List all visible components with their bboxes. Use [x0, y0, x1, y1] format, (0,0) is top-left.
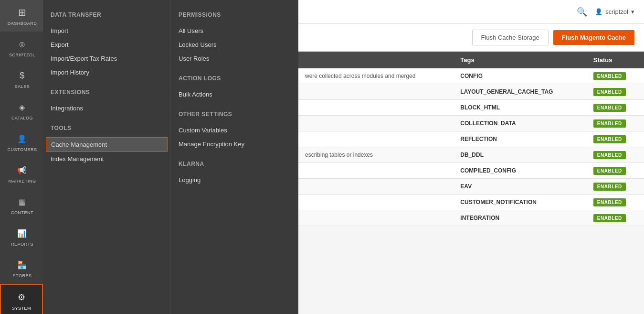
- cell-tag: REFLECTION: [454, 131, 586, 147]
- table-row: CUSTOMER_NOTIFICATION ENABLED: [298, 195, 644, 210]
- scriptzol-icon: ◎: [16, 37, 29, 51]
- col-header-desc: [298, 52, 454, 68]
- table-row: BLOCK_HTML ENABLED: [298, 100, 644, 116]
- status-badge: ENABLED: [593, 135, 626, 143]
- cache-table-container: Tags Status were collected across module…: [298, 52, 644, 314]
- cell-desc: [298, 116, 454, 131]
- sales-icon: $: [16, 69, 29, 82]
- cell-status: ENABLED: [587, 84, 644, 100]
- menu-item-bulk-actions[interactable]: Bulk Actions: [179, 87, 291, 101]
- table-header-row: Tags Status: [298, 52, 644, 68]
- menu-item-import-export-tax[interactable]: Import/Export Tax Rates: [51, 52, 163, 65]
- sidebar-label-sales: SALES: [15, 84, 30, 89]
- table-row: were collected across modules and merged…: [298, 68, 644, 84]
- sidebar-item-marketing[interactable]: 📢 MARKETING: [0, 158, 43, 189]
- menu-item-cache-management[interactable]: Cache Management: [46, 137, 168, 152]
- mega-menu: Data Transfer Import Export Import/Expor…: [43, 0, 298, 314]
- table-row: EAV ENABLED: [298, 179, 644, 195]
- flush-cache-storage-button[interactable]: Flush Cache Storage: [472, 30, 549, 45]
- cell-tag: CONFIG: [454, 68, 586, 84]
- system-icon: ⚙: [15, 291, 28, 304]
- menu-item-manage-encryption-key[interactable]: Manage Encryption Key: [179, 137, 291, 151]
- menu-item-logging[interactable]: Logging: [179, 173, 291, 187]
- section-title-tools: Tools: [51, 125, 163, 131]
- section-title-permissions: Permissions: [179, 11, 291, 18]
- sidebar-label-system: SYSTEM: [12, 306, 31, 311]
- sidebar-item-dashboard[interactable]: ⊞ DASHBOARD: [0, 0, 43, 32]
- table-row: escribing tables or indexes DB_DDL ENABL…: [298, 147, 644, 163]
- action-bar: Flush Cache Storage Flush Magento Cache: [298, 24, 644, 52]
- table-row: COMPILED_CONFIG ENABLED: [298, 163, 644, 179]
- section-title-data-transfer: Data Transfer: [51, 11, 163, 18]
- dropdown-icon: ▾: [631, 8, 634, 15]
- username: scriptzol: [605, 8, 628, 15]
- cell-status: ENABLED: [587, 179, 644, 195]
- sidebar-label-marketing: MARKETING: [8, 179, 36, 184]
- cell-desc: [298, 210, 454, 226]
- status-badge: ENABLED: [593, 72, 626, 80]
- status-badge: ENABLED: [593, 88, 626, 96]
- cell-tag: COMPILED_CONFIG: [454, 163, 586, 179]
- dashboard-icon: ⊞: [16, 6, 29, 19]
- cell-tag: DB_DDL: [454, 147, 586, 163]
- flush-magento-cache-button[interactable]: Flush Magento Cache: [553, 30, 634, 45]
- sidebar-item-scriptzol[interactable]: ◎ SCRIPTZOL: [0, 32, 43, 63]
- col-header-status: Status: [587, 52, 644, 68]
- user-menu[interactable]: 👤 scriptzol ▾: [595, 8, 634, 15]
- cell-desc: [298, 131, 454, 147]
- section-title-action-logs: Action Logs: [179, 75, 291, 82]
- cell-desc: [298, 179, 454, 195]
- mega-menu-col-2: Permissions All Users Locked Users User …: [171, 0, 298, 314]
- sidebar-item-stores[interactable]: 🏪 STORES: [0, 252, 43, 284]
- sidebar-label-content: CONTENT: [11, 210, 33, 215]
- sidebar-label-reports: REPORTS: [11, 242, 33, 247]
- sidebar-label-catalog: CATALOG: [11, 116, 33, 120]
- section-title-other-settings: Other Settings: [179, 111, 291, 118]
- search-icon[interactable]: 🔍: [577, 7, 587, 17]
- sidebar: ⊞ DASHBOARD ◎ SCRIPTZOL $ SALES ◈ CATALO…: [0, 0, 43, 314]
- cell-status: ENABLED: [587, 131, 644, 147]
- sidebar-item-reports[interactable]: 📊 REPORTS: [0, 221, 43, 252]
- catalog-icon: ◈: [16, 100, 29, 114]
- cell-tag: LAYOUT_GENERAL_CACHE_TAG: [454, 84, 586, 100]
- section-title-extensions: Extensions: [51, 89, 163, 96]
- cell-status: ENABLED: [587, 195, 644, 210]
- menu-item-export[interactable]: Export: [51, 38, 163, 52]
- topbar: 🔍 👤 scriptzol ▾: [298, 0, 644, 24]
- sidebar-item-system[interactable]: ⚙ SYSTEM: [0, 284, 43, 314]
- section-permissions: Permissions All Users Locked Users User …: [179, 11, 291, 65]
- menu-item-custom-variables[interactable]: Custom Variables: [179, 123, 291, 137]
- user-icon: 👤: [595, 8, 602, 15]
- menu-item-user-roles[interactable]: User Roles: [179, 52, 291, 65]
- section-extensions: Extensions Integrations: [51, 89, 163, 115]
- cell-tag: EAV: [454, 179, 586, 195]
- section-data-transfer: Data Transfer Import Export Import/Expor…: [51, 11, 163, 79]
- sidebar-item-content[interactable]: ▦ CONTENT: [0, 189, 43, 221]
- cell-desc: escribing tables or indexes: [298, 147, 454, 163]
- section-klarna: Klarna Logging: [179, 161, 291, 187]
- cell-status: ENABLED: [587, 210, 644, 226]
- menu-item-import-history[interactable]: Import History: [51, 65, 163, 79]
- sidebar-item-sales[interactable]: $ SALES: [0, 63, 43, 95]
- main-content: 🔍 👤 scriptzol ▾ Flush Cache Storage Flus…: [298, 0, 644, 314]
- sidebar-label-stores: STORES: [13, 273, 32, 278]
- cell-tag: INTEGRATION: [454, 210, 586, 226]
- menu-item-all-users[interactable]: All Users: [179, 24, 291, 38]
- menu-item-integrations[interactable]: Integrations: [51, 101, 163, 115]
- section-action-logs: Action Logs Bulk Actions: [179, 75, 291, 101]
- sidebar-item-catalog[interactable]: ◈ CATALOG: [0, 95, 43, 126]
- menu-item-index-management[interactable]: Index Management: [51, 152, 163, 166]
- cell-tag: COLLECTION_DATA: [454, 116, 586, 131]
- sidebar-label-customers: CUSTOMERS: [8, 147, 37, 152]
- cell-desc: [298, 195, 454, 210]
- sidebar-item-customers[interactable]: 👤 CUSTOMERS: [0, 126, 43, 158]
- status-badge: ENABLED: [593, 214, 626, 222]
- status-badge: ENABLED: [593, 183, 626, 191]
- menu-item-import[interactable]: Import: [51, 24, 163, 38]
- cell-desc: [298, 163, 454, 179]
- marketing-icon: 📢: [16, 163, 29, 177]
- cell-desc: [298, 100, 454, 116]
- menu-item-locked-users[interactable]: Locked Users: [179, 38, 291, 52]
- cell-status: ENABLED: [587, 100, 644, 116]
- status-badge: ENABLED: [593, 119, 626, 128]
